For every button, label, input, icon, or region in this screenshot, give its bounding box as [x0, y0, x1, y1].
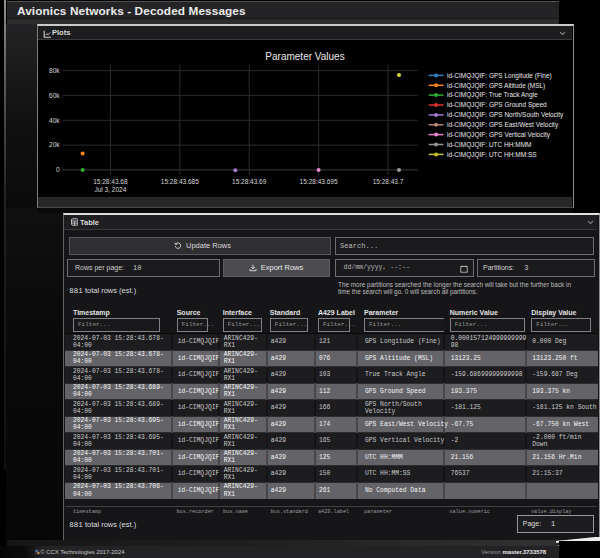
svg-text:20k: 20k — [49, 141, 60, 148]
svg-text:15:28:43.7: 15:28:43.7 — [373, 178, 404, 185]
svg-text:0: 0 — [56, 166, 60, 173]
svg-text:40k: 40k — [49, 116, 60, 123]
svg-text:id-CIMQJQIF: GPS Longitude (Fi: id-CIMQJQIF: GPS Longitude (Fine) — [447, 71, 552, 79]
svg-text:id-CIMQJQIF: GPS Ground Speed: id-CIMQJQIF: GPS Ground Speed — [447, 101, 547, 109]
svg-text:Parameter Values: Parameter Values — [265, 51, 344, 62]
svg-text:id-CIMQJQIF: True Track Angle: id-CIMQJQIF: True Track Angle — [447, 91, 538, 99]
svg-text:id-CIMQJQIF: GPS East/West Vel: id-CIMQJQIF: GPS East/West Velocity — [447, 121, 559, 129]
svg-text:80k: 80k — [49, 66, 60, 73]
svg-text:id-CIMQJQIF: GPS North/South V: id-CIMQJQIF: GPS North/South Velocity — [447, 111, 564, 119]
svg-text:id-CIMQJQIF: GPS Altitude (MSL: id-CIMQJQIF: GPS Altitude (MSL) — [447, 81, 545, 89]
svg-text:id-CIMQJQIF: UTC HH:MMM: id-CIMQJQIF: UTC HH:MMM — [447, 140, 532, 148]
svg-text:id-CIMQJQIF: GPS Vertical Velo: id-CIMQJQIF: GPS Vertical Velocity — [447, 130, 551, 138]
svg-text:60k: 60k — [49, 91, 60, 98]
svg-text:id-CIMQJQIF: UTC HH:MM:SS: id-CIMQJQIF: UTC HH:MM:SS — [447, 150, 537, 158]
svg-text:Jul 3, 2024: Jul 3, 2024 — [94, 186, 126, 193]
svg-text:15:28:43.69: 15:28:43.69 — [232, 178, 267, 185]
svg-text:15:28:43.695: 15:28:43.695 — [300, 178, 338, 185]
svg-text:15:28:43.68: 15:28:43.68 — [93, 178, 128, 185]
svg-text:15:28:43.685: 15:28:43.685 — [161, 178, 199, 185]
